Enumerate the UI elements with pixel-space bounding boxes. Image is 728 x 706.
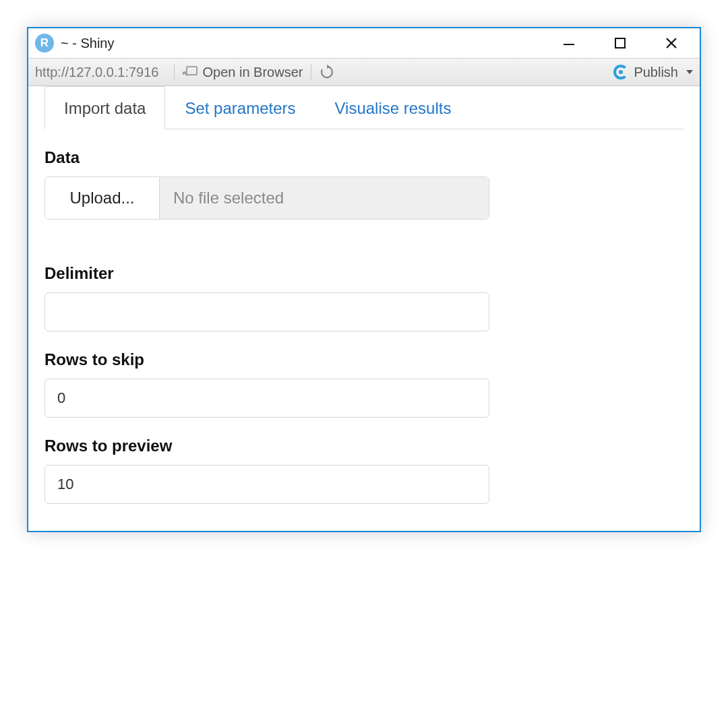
content-area: Import data Set parameters Visualise res…: [28, 86, 700, 531]
rows-to-skip-input[interactable]: [44, 379, 489, 418]
maximize-button[interactable]: [607, 32, 634, 54]
rows-to-skip-label: Rows to skip: [44, 350, 684, 369]
rows-to-preview-section: Rows to preview: [44, 437, 684, 504]
reload-button[interactable]: [320, 65, 334, 79]
separator: [311, 64, 311, 80]
file-input-row: Upload... No file selected: [44, 176, 489, 220]
tab-visualise-results[interactable]: Visualise results: [315, 86, 471, 129]
delimiter-input[interactable]: [44, 292, 489, 331]
delimiter-section: Delimiter: [44, 264, 684, 331]
open-in-browser-label: Open in Browser: [203, 65, 303, 80]
maximize-icon: [614, 37, 626, 49]
close-button[interactable]: [658, 32, 685, 54]
app-window: R ~ - Shiny http://127.0.0.1:7916 Open i…: [27, 27, 701, 532]
publish-button[interactable]: Publish: [613, 65, 693, 80]
titlebar: R ~ - Shiny: [28, 28, 700, 58]
data-section: Data Upload... No file selected: [44, 148, 684, 220]
minimize-icon: [562, 36, 576, 50]
data-label: Data: [44, 148, 684, 167]
tabs: Import data Set parameters Visualise res…: [44, 86, 684, 129]
open-in-browser-icon: [183, 66, 198, 78]
publish-icon: [613, 65, 628, 79]
window-title: ~ - Shiny: [61, 36, 555, 51]
separator: [174, 64, 175, 80]
rows-to-preview-input[interactable]: [44, 465, 489, 504]
window-controls: [555, 32, 693, 54]
tab-set-parameters[interactable]: Set parameters: [165, 86, 315, 129]
minimize-button[interactable]: [555, 32, 582, 54]
svg-rect-1: [615, 38, 625, 48]
svg-rect-4: [187, 67, 197, 75]
upload-placeholder: No file selected: [160, 177, 489, 219]
rows-to-skip-section: Rows to skip: [44, 350, 684, 418]
chevron-down-icon: [686, 70, 693, 74]
app-icon: R: [35, 34, 54, 53]
upload-button[interactable]: Upload...: [45, 177, 160, 219]
delimiter-label: Delimiter: [44, 264, 684, 283]
publish-label: Publish: [634, 65, 678, 80]
rows-to-preview-label: Rows to preview: [44, 437, 684, 455]
address-bar[interactable]: http://127.0.0.1:7916: [35, 65, 166, 80]
reload-icon: [320, 65, 334, 79]
close-icon: [665, 36, 678, 50]
tab-import-data[interactable]: Import data: [44, 86, 165, 129]
toolbar: http://127.0.0.1:7916 Open in Browser Pu…: [28, 58, 700, 86]
open-in-browser-button[interactable]: Open in Browser: [183, 65, 303, 80]
